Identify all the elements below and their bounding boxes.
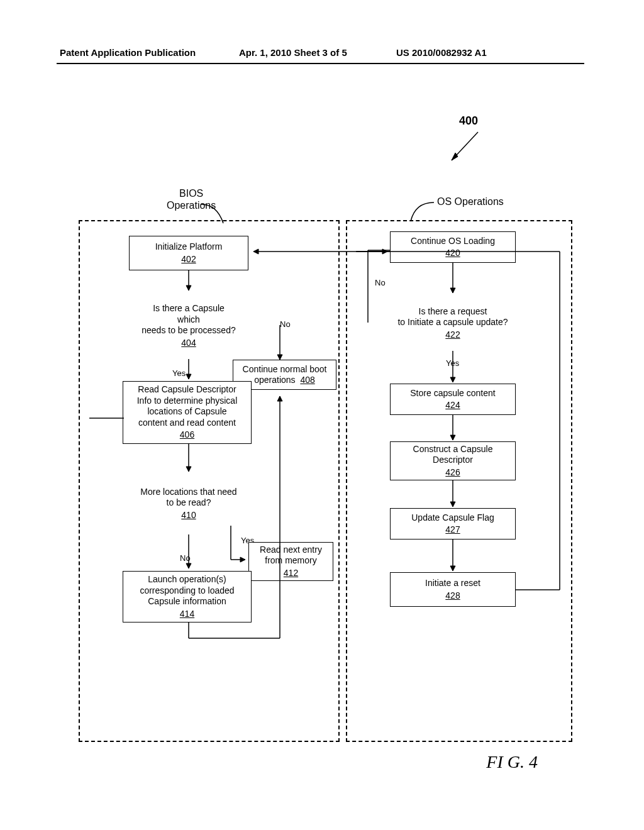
- svg-marker-8: [186, 374, 191, 379]
- figure-number-arrow: [447, 129, 484, 167]
- conn-420-422: [450, 263, 456, 298]
- conn-424-426: [450, 415, 456, 445]
- node-capsule-process-decision: Is there a Capsule which needs to be pro…: [101, 290, 277, 360]
- node-launch-operations: Launch operation(s) corresponding to loa…: [123, 571, 252, 622]
- conn-414-to-408: [277, 390, 283, 641]
- svg-marker-34: [450, 377, 455, 382]
- node-initiate-reset: Initiate a reset 428: [390, 572, 516, 607]
- svg-marker-23: [253, 249, 258, 254]
- svg-marker-38: [450, 502, 455, 507]
- conn-404-no-408: [277, 322, 283, 365]
- conn-404-yes-406: [186, 359, 192, 384]
- node-initialize-platform: Initialize Platform 402: [129, 236, 248, 270]
- svg-marker-6: [277, 355, 282, 360]
- conn-422-no-loop: [365, 263, 380, 326]
- conn-428-reset-loop: [516, 252, 566, 594]
- conn-412-loop: [87, 415, 338, 591]
- conn-422-yes-424: [450, 351, 456, 387]
- header-rule: [57, 63, 584, 64]
- node-update-capsule-flag: Update Capsule Flag 427: [390, 508, 516, 540]
- node-store-capsule-content: Store capsule content 424: [390, 384, 516, 415]
- node-construct-capsule-descriptor: Construct a Capsule Descriptor 426: [390, 441, 516, 480]
- conn-414-down: [186, 622, 286, 648]
- header-left: Patent Application Publication: [60, 47, 196, 58]
- svg-marker-21: [277, 396, 282, 401]
- figure-label: FI G. 4: [486, 752, 538, 772]
- figure-number: 400: [459, 114, 478, 128]
- svg-marker-3: [186, 285, 191, 290]
- header-right: US 2010/0082932 A1: [396, 47, 487, 58]
- os-operations-label: OS Operations: [437, 196, 504, 208]
- label-yes-404: Yes: [172, 368, 186, 378]
- svg-marker-40: [450, 566, 455, 571]
- figure-canvas: 400 BIOS Operations OS Operations Initia…: [57, 94, 585, 799]
- node-capsule-update-decision: Is there a request to Initiate a capsule…: [365, 294, 541, 351]
- svg-marker-36: [450, 435, 455, 440]
- conn-426-427: [450, 480, 456, 512]
- conn-427-428: [450, 540, 456, 576]
- node-continue-os-loading: Continue OS Loading 420: [390, 231, 516, 263]
- svg-marker-27: [450, 288, 455, 293]
- conn-reset-to-top: [355, 248, 563, 255]
- header-center: Apr. 1, 2010 Sheet 3 of 5: [239, 47, 347, 58]
